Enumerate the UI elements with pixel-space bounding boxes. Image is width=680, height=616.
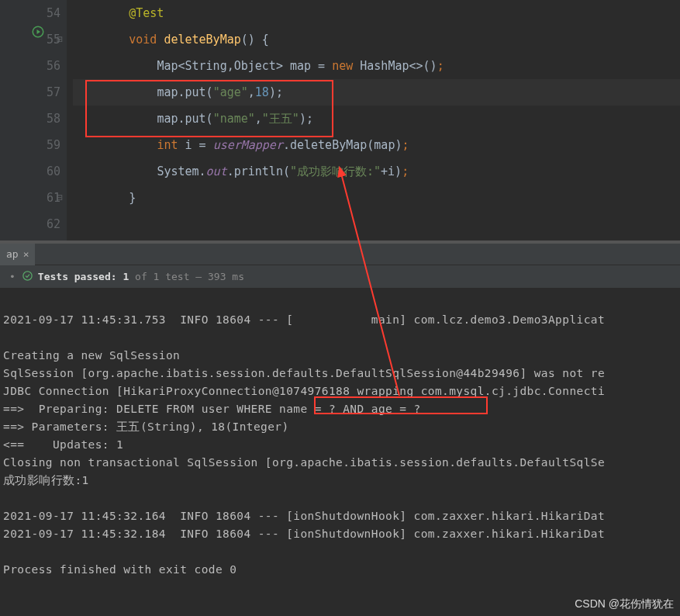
field-ref: userMapper <box>213 138 283 152</box>
line-number: 57 <box>47 85 60 99</box>
comma: , <box>248 85 255 99</box>
svg-marker-1 <box>37 29 41 34</box>
code-editor: 54 55 ⊟ 56 57 58 59 60 61 ⊟ 62 @Test voi… <box>0 0 680 241</box>
bullet-icon: • <box>9 271 16 282</box>
console-line: <== Updates: 1 <box>3 438 123 451</box>
code-text: ); <box>299 112 313 126</box>
keyword-new: new <box>332 59 360 73</box>
console-line: JDBC Connection [HikariProxyConnection@1… <box>3 385 605 397</box>
tests-passed-label: Tests passed: <box>38 271 117 282</box>
line-number: 56 <box>47 59 60 73</box>
console-output[interactable]: 2021-09-17 11:45:31.753 INFO 18604 --- [… <box>0 289 680 616</box>
tests-duration: – 393 ms <box>195 271 244 282</box>
line-number: 60 <box>47 164 60 178</box>
line-number: 54 <box>47 6 60 20</box>
tab-label: ap <box>6 248 19 260</box>
code-text: .println( <box>227 164 290 178</box>
watermark: CSDN @花伤情犹在 <box>575 597 674 611</box>
console-line: 2021-09-17 11:45:32.184 INFO 18604 --- [… <box>3 528 605 540</box>
line-number: 59 <box>47 138 60 152</box>
run-tab[interactable]: ap × <box>0 244 35 265</box>
run-tabbar: ap × <box>0 244 680 265</box>
parens: () <box>241 33 255 47</box>
number-literal: 18 <box>255 85 269 99</box>
code-text: .deleteByMap(map) <box>283 138 402 152</box>
console-line: ==> Preparing: DELETE FROM user WHERE na… <box>3 403 421 415</box>
field-out: out <box>206 164 227 178</box>
console-line: 2021-09-17 11:45:32.164 INFO 18604 --- [… <box>3 510 605 522</box>
code-text: i = <box>185 138 213 152</box>
console-line: SqlSession [org.apache.ibatis.session.de… <box>3 367 605 379</box>
semicolon: ; <box>402 138 409 152</box>
semicolon: ; <box>402 164 409 178</box>
console-line: Process finished with exit code 0 <box>3 563 236 576</box>
close-icon[interactable]: × <box>23 248 29 260</box>
console-line: Closing non transactional SqlSession [or… <box>3 456 605 469</box>
method-name: deleteByMap <box>164 33 240 47</box>
run-gutter-icon[interactable] <box>31 22 45 48</box>
test-results-header: • Tests passed: 1 of 1 test – 393 ms <box>0 265 680 289</box>
code-text: +i) <box>381 164 402 178</box>
line-number: 58 <box>47 112 60 126</box>
code-text: Map<String,Object> map = <box>157 59 332 73</box>
tests-total: of 1 test <box>135 271 189 282</box>
semicolon: ; <box>437 59 444 73</box>
fold-close-icon[interactable]: ⊟ <box>57 185 63 211</box>
console-line: ==> Parameters: 王五(String), 18(Integer) <box>3 420 289 433</box>
comma: , <box>255 112 262 126</box>
string-literal: "age" <box>213 85 248 99</box>
string-literal: "王五" <box>262 112 299 126</box>
code-text: HashMap<>() <box>360 59 437 73</box>
console-line: 成功影响行数:1 <box>3 474 89 486</box>
brace: } <box>129 191 136 205</box>
svg-point-2 <box>23 271 32 279</box>
pass-icon <box>22 270 33 284</box>
console-line: 2021-09-17 11:45:31.753 INFO 18604 --- [… <box>3 313 605 326</box>
fold-open-icon[interactable]: ⊟ <box>57 26 63 53</box>
console-line: Creating a new SqlSession <box>3 349 180 362</box>
tests-passed-count: 1 <box>123 271 129 282</box>
code-text: map.put( <box>157 112 212 126</box>
string-literal: "name" <box>213 112 255 126</box>
keyword-void: void <box>129 33 157 47</box>
code-text: System. <box>157 164 205 178</box>
brace: { <box>255 33 269 47</box>
gutter: 54 55 ⊟ 56 57 58 59 60 61 ⊟ 62 <box>0 0 67 241</box>
line-number: 62 <box>47 217 60 231</box>
code-area[interactable]: @Test void deleteByMap() { Map<String,Ob… <box>67 0 680 241</box>
string-literal: "成功影响行数:" <box>290 164 381 178</box>
code-text: ); <box>269 85 283 99</box>
keyword-int: int <box>157 138 185 152</box>
annotation: @Test <box>129 6 164 20</box>
code-text: map.put( <box>157 85 212 99</box>
